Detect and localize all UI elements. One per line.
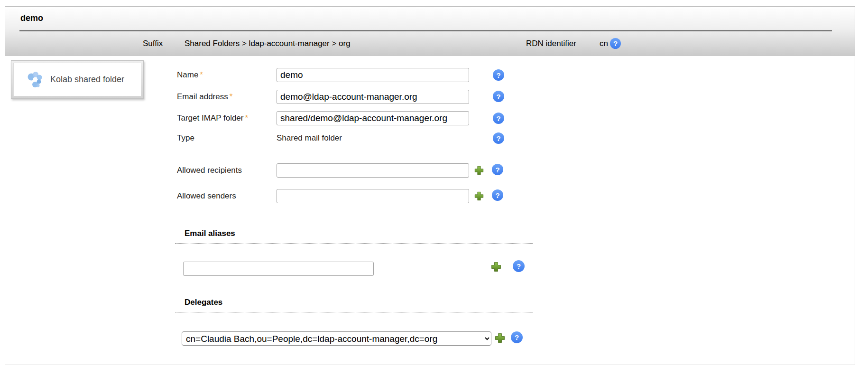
target-imap-folder-input[interactable] (277, 111, 469, 125)
email-alias-add-button[interactable] (490, 261, 502, 273)
email-address-input[interactable] (277, 90, 469, 104)
page-title: demo (20, 13, 43, 23)
suffix-bar: Suffix Shared Folders > ldap-account-man… (5, 31, 855, 56)
plus-icon (490, 261, 502, 273)
delegates-help-icon[interactable]: ? (511, 331, 523, 343)
tab-inner: Kolab shared folder (13, 63, 141, 96)
allowed-senders-help-icon[interactable]: ? (492, 189, 503, 201)
page: demo Suffix Shared Folders > ldap-accoun… (0, 0, 868, 377)
delegates-section-heading: Delegates (175, 298, 533, 312)
plus-icon (474, 165, 484, 176)
allowed-recipients-label: Allowed recipients (177, 163, 242, 178)
allowed-senders-label: Allowed senders (177, 189, 236, 203)
email-alias-input[interactable] (183, 262, 374, 276)
target-imap-folder-label: Target IMAP folder* (177, 111, 248, 125)
tab-label: Kolab shared folder (50, 75, 124, 85)
required-marker: * (200, 70, 203, 79)
kolab-icon (25, 70, 44, 89)
email-address-label-text: Email address (177, 92, 228, 101)
allowed-recipients-help-icon[interactable]: ? (492, 164, 503, 175)
page-header: demo Suffix Shared Folders > ldap-accoun… (5, 7, 855, 56)
rdn-identifier-label: RDN identifier (526, 31, 576, 56)
plus-icon (494, 332, 506, 344)
delegates-add-button[interactable] (494, 332, 506, 344)
plus-icon (474, 191, 484, 201)
allowed-recipients-input[interactable] (277, 163, 469, 178)
type-value: Shared mail folder (277, 131, 342, 145)
email-address-help-icon[interactable]: ? (493, 91, 504, 102)
rdn-identifier-value: cn (600, 31, 608, 56)
required-marker: * (230, 92, 233, 101)
suffix-label: Suffix (143, 31, 163, 56)
type-label: Type (177, 131, 194, 145)
email-aliases-section-heading: Email aliases (175, 229, 533, 244)
target-imap-folder-label-text: Target IMAP folder (177, 113, 243, 123)
target-imap-folder-help-icon[interactable]: ? (493, 113, 504, 124)
required-marker: * (245, 113, 248, 123)
name-input[interactable] (277, 68, 469, 82)
email-address-label: Email address* (177, 90, 232, 104)
type-help-icon[interactable]: ? (493, 132, 504, 144)
name-label: Name* (177, 68, 203, 82)
tab-kolab-shared-folder[interactable]: Kolab shared folder (11, 60, 144, 99)
name-label-text: Name (177, 70, 198, 79)
breadcrumb[interactable]: Shared Folders > ldap-account-manager > … (185, 31, 351, 56)
name-help-icon[interactable]: ? (493, 69, 504, 81)
delegates-select[interactable]: cn=Claudia Bach,ou=People,dc=ldap-accoun… (182, 331, 491, 346)
allowed-recipients-add-button[interactable] (474, 165, 484, 176)
allowed-senders-add-button[interactable] (474, 191, 484, 201)
email-aliases-help-icon[interactable]: ? (513, 260, 525, 272)
account-edit-panel: demo Suffix Shared Folders > ldap-accoun… (5, 6, 855, 365)
allowed-senders-input[interactable] (277, 189, 469, 203)
rdn-help-icon[interactable]: ? (610, 38, 621, 49)
